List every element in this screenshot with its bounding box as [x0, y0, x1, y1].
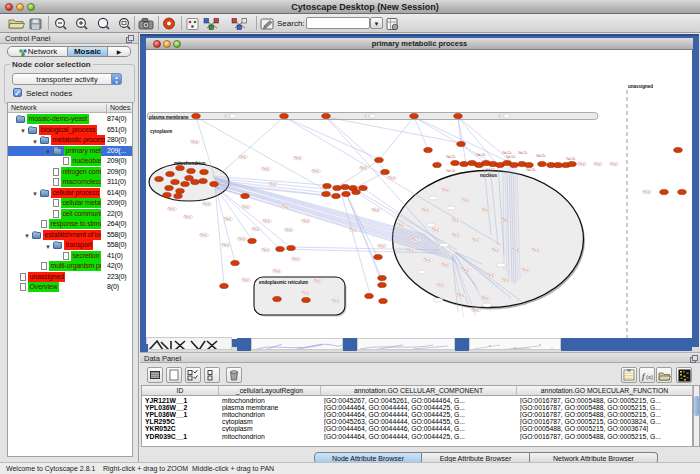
svg-text:Yab-12c: Yab-12c — [566, 157, 576, 161]
svg-text:Yxx-p: Yxx-p — [643, 190, 650, 194]
svg-text:Yxx-p: Yxx-p — [594, 162, 601, 166]
svg-text:Yxx-p: Yxx-p — [360, 166, 367, 170]
svg-text:Yab-12c: Yab-12c — [502, 151, 512, 155]
svg-text:Yxx-p: Yxx-p — [424, 258, 431, 262]
svg-text:Yxx-p: Yxx-p — [312, 169, 319, 173]
svg-text:Yxx-p: Yxx-p — [452, 233, 459, 237]
svg-text:Yxx-p: Yxx-p — [388, 176, 395, 180]
svg-text:Yxx-p: Yxx-p — [184, 215, 191, 219]
svg-text:Yxx-p: Yxx-p — [239, 155, 246, 159]
svg-text:Yxx-p: Yxx-p — [273, 269, 280, 273]
svg-text:Yxx-p: Yxx-p — [487, 273, 494, 277]
svg-text:Yxx-p: Yxx-p — [314, 279, 321, 283]
svg-text:Yxx-p: Yxx-p — [302, 219, 309, 223]
svg-text:Yxx-p: Yxx-p — [238, 237, 245, 241]
svg-text:Yxx-p: Yxx-p — [302, 291, 309, 295]
svg-text:plasma membrane: plasma membrane — [149, 115, 189, 120]
svg-text:Yxx-p: Yxx-p — [294, 156, 301, 160]
svg-text:cytoplasm: cytoplasm — [150, 129, 172, 134]
svg-text:Yxx-p: Yxx-p — [200, 233, 207, 237]
svg-text:Yab-12c: Yab-12c — [446, 155, 456, 159]
svg-text:Yxx-p: Yxx-p — [462, 198, 469, 202]
svg-text:Yxx-p: Yxx-p — [262, 167, 269, 171]
svg-text:Yxx-p: Yxx-p — [457, 293, 464, 297]
svg-text:Yxx-p: Yxx-p — [502, 278, 509, 282]
svg-text:Yxx-p: Yxx-p — [452, 218, 459, 222]
svg-text:Yxx-p: Yxx-p — [472, 238, 479, 242]
svg-text:Yxx-p: Yxx-p — [407, 248, 414, 252]
svg-text:Yxx-p: Yxx-p — [512, 248, 519, 252]
svg-text:Yxx-p: Yxx-p — [282, 205, 289, 209]
svg-text:Yxx-p: Yxx-p — [242, 278, 249, 282]
svg-text:Yab-12c: Yab-12c — [526, 168, 536, 172]
svg-text:Yxx-p: Yxx-p — [482, 208, 489, 212]
svg-text:Yxx-p: Yxx-p — [610, 162, 617, 166]
svg-text:Yxx-p: Yxx-p — [269, 182, 276, 186]
svg-text:(x-a): (x-a) — [225, 114, 230, 118]
svg-text:Yxx-p: Yxx-p — [578, 162, 585, 166]
svg-text:Yxx-p: Yxx-p — [532, 248, 539, 252]
svg-text:Yxx-p: Yxx-p — [332, 299, 339, 303]
svg-text:Yxx-p: Yxx-p — [372, 208, 379, 212]
svg-text:Yxx-p: Yxx-p — [492, 248, 499, 252]
svg-text:unassigned: unassigned — [628, 84, 653, 89]
svg-text:Yxx-p: Yxx-p — [502, 218, 509, 222]
svg-text:Yxx-p: Yxx-p — [350, 228, 357, 232]
svg-text:Yxx-p: Yxx-p — [263, 219, 270, 223]
svg-text:Yxx-p: Yxx-p — [422, 208, 429, 212]
svg-text:Yab-12c: Yab-12c — [506, 155, 516, 159]
svg-text:Yxx-p: Yxx-p — [442, 188, 449, 192]
svg-text:Yxx-p: Yxx-p — [203, 202, 210, 206]
svg-text:Yxx-p: Yxx-p — [378, 244, 385, 248]
svg-text:endoplasmic reticulum: endoplasmic reticulum — [259, 280, 308, 285]
svg-text:Yab-12c: Yab-12c — [446, 169, 456, 173]
svg-text:Yxx-p: Yxx-p — [168, 207, 175, 211]
svg-text:Yxx-p: Yxx-p — [262, 248, 269, 252]
svg-text:Yxx-p: Yxx-p — [412, 238, 419, 242]
svg-text:Yxx-p: Yxx-p — [252, 227, 259, 231]
svg-text:Yab-12c: Yab-12c — [536, 154, 546, 158]
svg-text:Yxx-p: Yxx-p — [224, 217, 231, 221]
svg-text:(x): (x) — [646, 374, 653, 380]
svg-text:Yxx-p: Yxx-p — [222, 243, 229, 247]
svg-text:(x-a): (x-a) — [499, 114, 504, 118]
svg-text:Yab-12c: Yab-12c — [486, 168, 496, 172]
svg-text:Yab-12c: Yab-12c — [476, 153, 486, 157]
svg-text:Yab-12c: Yab-12c — [518, 151, 528, 155]
svg-text:Yxx-p: Yxx-p — [437, 283, 444, 287]
svg-text:mitochondrion: mitochondrion — [174, 161, 206, 166]
svg-text:Yxx-p: Yxx-p — [522, 268, 529, 272]
svg-text:Yxx-p: Yxx-p — [397, 223, 404, 227]
svg-text:(x-a): (x-a) — [365, 114, 370, 118]
svg-text:Yxx-p: Yxx-p — [242, 205, 249, 209]
svg-text:Yxx-p: Yxx-p — [442, 263, 449, 267]
svg-text:nucleus: nucleus — [480, 173, 498, 178]
svg-text:Yxx-p: Yxx-p — [191, 140, 198, 144]
svg-text:Yxx-p: Yxx-p — [292, 257, 299, 261]
svg-text:Yxx-p: Yxx-p — [285, 228, 292, 232]
svg-text:Yxx-p: Yxx-p — [432, 228, 439, 232]
